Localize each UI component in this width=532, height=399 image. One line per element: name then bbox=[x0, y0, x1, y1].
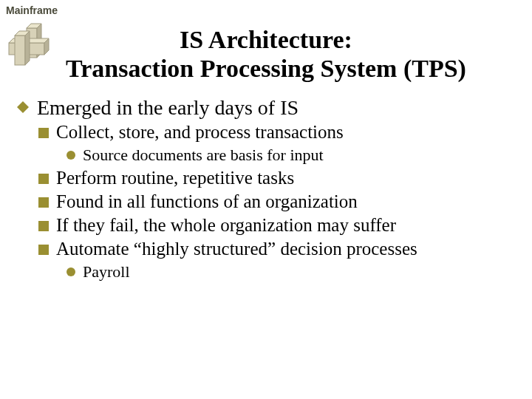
circle-bullet-icon bbox=[66, 267, 75, 276]
diamond-bullet-icon bbox=[15, 101, 31, 113]
square-bullet-icon bbox=[38, 245, 49, 255]
bullet-l2-fail: If they fail, the whole organization may… bbox=[38, 214, 517, 236]
mainframe-icon bbox=[4, 22, 56, 74]
slide-title: IS Architecture: Transaction Processing … bbox=[0, 25, 532, 83]
square-bullet-icon bbox=[38, 221, 49, 231]
bullet-l2-perform: Perform routine, repetitive tasks bbox=[38, 167, 517, 189]
circle-bullet-icon bbox=[66, 151, 75, 160]
header-label: Mainframe bbox=[6, 4, 58, 16]
svg-marker-8 bbox=[25, 31, 30, 65]
bullet-text: Perform routine, repetitive tasks bbox=[56, 167, 517, 189]
bullet-l2-found: Found in all functions of an organizatio… bbox=[38, 191, 517, 213]
bullet-text: Collect, store, and process transactions bbox=[56, 121, 517, 143]
bullet-l2-automate: Automate “highly structured” decision pr… bbox=[38, 238, 517, 260]
title-line-1: IS Architecture: bbox=[180, 26, 352, 53]
bullet-text: Found in all functions of an organizatio… bbox=[56, 191, 517, 213]
title-line-2: Transaction Processing System (TPS) bbox=[66, 55, 466, 82]
bullet-text: If they fail, the whole organization may… bbox=[56, 214, 517, 236]
slide-body: Emerged in the early days of IS Collect,… bbox=[0, 96, 532, 282]
square-bullet-icon bbox=[38, 197, 49, 208]
svg-rect-6 bbox=[15, 35, 25, 65]
bullet-l3-source: Source documents are basis for input bbox=[66, 145, 517, 166]
bullet-text: Automate “highly structured” decision pr… bbox=[56, 238, 517, 260]
bullet-text: Payroll bbox=[83, 262, 517, 282]
bullet-l2-collect: Collect, store, and process transactions bbox=[38, 121, 517, 143]
square-bullet-icon bbox=[38, 128, 49, 138]
bullet-text: Emerged in the early days of IS bbox=[37, 96, 517, 120]
bullet-l3-payroll: Payroll bbox=[66, 262, 517, 282]
bullet-text: Source documents are basis for input bbox=[83, 145, 517, 166]
svg-marker-9 bbox=[17, 101, 29, 113]
bullet-l1-emerged: Emerged in the early days of IS bbox=[15, 96, 517, 120]
square-bullet-icon bbox=[38, 174, 49, 184]
